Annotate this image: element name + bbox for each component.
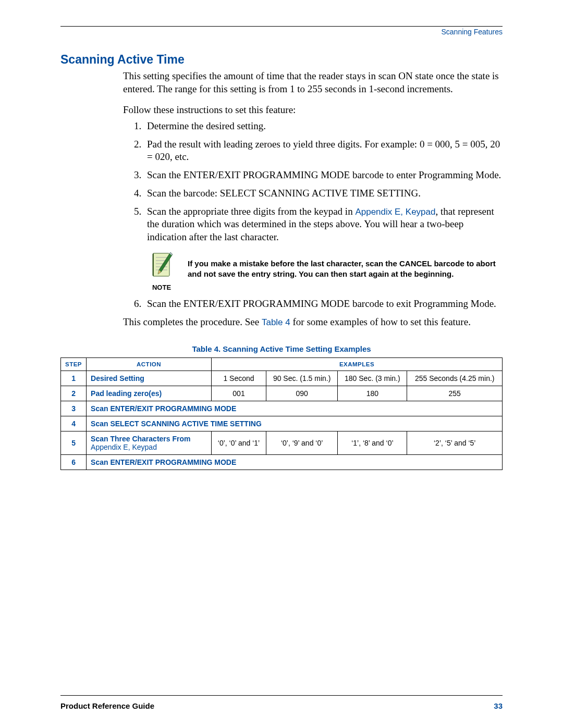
cell-ex: 180 Sec. (3 min.) — [338, 371, 407, 386]
th-action: ACTION — [87, 357, 212, 371]
step-5: Scan the appropriate three digits from t… — [144, 205, 503, 293]
cell-action: Scan Three Characters From Appendix E, K… — [87, 431, 212, 454]
step-3: Scan the ENTER/EXIT PROGRAMMING MODE bar… — [144, 169, 503, 182]
cell-ex: ‘0’, ‘9’ and ‘0’ — [266, 431, 337, 454]
instruction-list: Determine the desired setting. Pad the r… — [123, 120, 503, 311]
cell-ex: 001 — [212, 386, 266, 401]
top-rule — [60, 26, 503, 27]
cell-step: 2 — [61, 386, 87, 401]
completion-pre: This completes the procedure. See — [123, 316, 262, 327]
cell-ex: ‘1’, ‘8’ and ‘0’ — [338, 431, 407, 454]
table-row: 6 Scan ENTER/EXIT PROGRAMMING MODE — [61, 454, 503, 470]
footer-guide: Product Reference Guide — [60, 701, 154, 710]
note-block: NOTE If you make a mistake before the la… — [147, 251, 503, 293]
cell-ex: ‘2’, ‘5’ and ‘5’ — [407, 431, 503, 454]
step-5-pre: Scan the appropriate three digits from t… — [147, 206, 355, 217]
table-header-row: STEP ACTION EXAMPLES — [61, 357, 503, 371]
cell-step: 1 — [61, 371, 87, 386]
cell-ex: 1 Second — [212, 371, 266, 386]
bottom-rule — [60, 695, 503, 696]
cell-action-full: Scan ENTER/EXIT PROGRAMMING MODE — [87, 401, 503, 416]
cell-action-full: Scan ENTER/EXIT PROGRAMMING MODE — [87, 454, 503, 470]
cell-step: 5 — [61, 431, 87, 454]
table-row: 3 Scan ENTER/EXIT PROGRAMMING MODE — [61, 401, 503, 416]
completion-post: for some examples of how to set this fea… — [290, 316, 471, 327]
cell-ex: ‘0’, ‘0’ and ‘1’ — [212, 431, 266, 454]
table-row: 2 Pad leading zero(es) 001 090 180 255 — [61, 386, 503, 401]
table-row: 4 Scan SELECT SCANNING ACTIVE TIME SETTI… — [61, 416, 503, 431]
completion-paragraph: This completes the procedure. See Table … — [123, 316, 503, 329]
table-link[interactable]: Table 4 — [262, 317, 290, 327]
cell-step: 3 — [61, 401, 87, 416]
appendix-link[interactable]: Appendix E, Keypad — [355, 207, 435, 217]
follow-instructions: Follow these instructions to set this fe… — [123, 104, 503, 117]
cell-action-full: Scan SELECT SCANNING ACTIVE TIME SETTING — [87, 416, 503, 431]
action-bold-part: Scan Three Characters From — [91, 435, 190, 443]
appendix-link-table[interactable]: Appendix E, Keypad — [91, 443, 157, 451]
table-caption: Table 4. Scanning Active Time Setting Ex… — [60, 344, 503, 353]
examples-table: STEP ACTION EXAMPLES 1 Desired Setting 1… — [60, 357, 503, 470]
step-1: Determine the desired setting. — [144, 120, 503, 133]
th-step: STEP — [61, 357, 87, 371]
table-row: 1 Desired Setting 1 Second 90 Sec. (1.5 … — [61, 371, 503, 386]
table-row: 5 Scan Three Characters From Appendix E,… — [61, 431, 503, 454]
note-caption: NOTE — [152, 283, 171, 292]
cell-ex: 180 — [338, 386, 407, 401]
notepad-icon — [149, 251, 175, 282]
cell-action: Pad leading zero(es) — [87, 386, 212, 401]
cell-ex: 90 Sec. (1.5 min.) — [266, 371, 337, 386]
footer-page-number: 33 — [494, 701, 503, 710]
intro-paragraph: This setting specifies the amount of tim… — [123, 70, 503, 95]
cell-ex: 090 — [266, 386, 337, 401]
header-section-label: Scanning Features — [60, 28, 503, 36]
cell-ex: 255 — [407, 386, 503, 401]
cell-step: 4 — [61, 416, 87, 431]
th-examples: EXAMPLES — [212, 357, 503, 371]
cell-step: 6 — [61, 454, 87, 470]
step-6: Scan the ENTER/EXIT PROGRAMMING MODE bar… — [144, 298, 503, 311]
section-title: Scanning Active Time — [60, 53, 503, 67]
cell-ex: 255 Seconds (4.25 min.) — [407, 371, 503, 386]
step-4: Scan the barcode: SELECT SCANNING ACTIVE… — [144, 187, 503, 200]
step-2: Pad the result with leading zeroes to yi… — [144, 138, 503, 164]
cell-action: Desired Setting — [87, 371, 212, 386]
note-text: If you make a mistake before the last ch… — [188, 251, 503, 280]
